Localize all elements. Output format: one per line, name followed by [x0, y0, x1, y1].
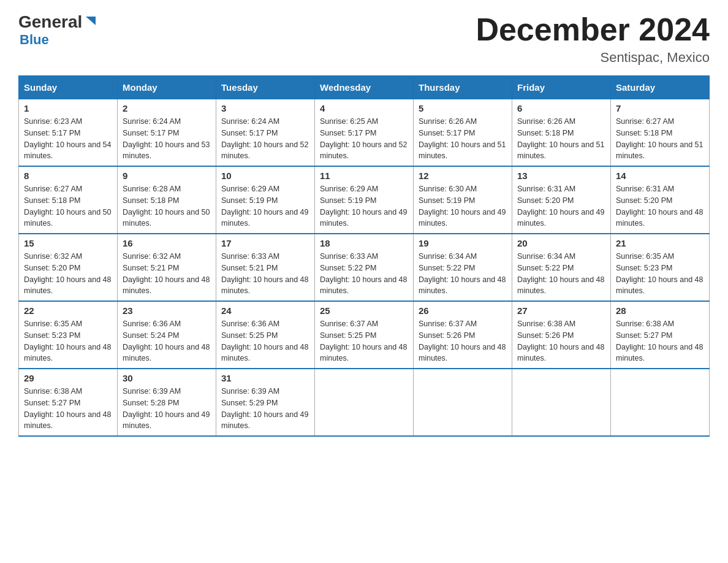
day-info: Sunrise: 6:28 AMSunset: 5:18 PMDaylight:… — [123, 183, 211, 229]
day-number: 27 — [517, 305, 605, 316]
day-number: 1 — [24, 103, 112, 113]
calendar-day-cell: 28Sunrise: 6:38 AMSunset: 5:27 PMDayligh… — [611, 301, 710, 369]
day-info: Sunrise: 6:26 AMSunset: 5:18 PMDaylight:… — [517, 116, 605, 162]
calendar-location: Sentispac, Mexico — [476, 50, 710, 66]
day-info: Sunrise: 6:33 AMSunset: 5:22 PMDaylight:… — [320, 251, 408, 297]
day-number: 29 — [24, 373, 112, 383]
svg-marker-0 — [86, 17, 96, 25]
day-info: Sunrise: 6:30 AMSunset: 5:19 PMDaylight:… — [419, 183, 507, 229]
day-info: Sunrise: 6:32 AMSunset: 5:20 PMDaylight:… — [24, 251, 112, 297]
day-number: 8 — [24, 170, 112, 181]
calendar-day-cell: 30Sunrise: 6:39 AMSunset: 5:28 PMDayligh… — [118, 369, 216, 436]
day-info: Sunrise: 6:27 AMSunset: 5:18 PMDaylight:… — [616, 116, 704, 162]
calendar-title: December 2024 — [476, 12, 710, 47]
day-number: 21 — [616, 238, 704, 248]
calendar-day-cell — [512, 369, 611, 436]
calendar-day-cell: 11Sunrise: 6:29 AMSunset: 5:19 PMDayligh… — [315, 166, 414, 234]
day-number: 15 — [24, 238, 112, 248]
day-info: Sunrise: 6:32 AMSunset: 5:21 PMDaylight:… — [123, 251, 211, 297]
day-info: Sunrise: 6:35 AMSunset: 5:23 PMDaylight:… — [616, 251, 704, 297]
day-number: 20 — [517, 238, 605, 248]
calendar-day-cell: 24Sunrise: 6:36 AMSunset: 5:25 PMDayligh… — [216, 301, 315, 369]
day-number: 4 — [320, 103, 408, 113]
day-info: Sunrise: 6:31 AMSunset: 5:20 PMDaylight:… — [517, 183, 605, 229]
title-block: December 2024 Sentispac, Mexico — [476, 12, 710, 66]
day-number: 10 — [221, 170, 309, 181]
day-number: 23 — [123, 305, 211, 316]
calendar-week-row: 8Sunrise: 6:27 AMSunset: 5:18 PMDaylight… — [19, 166, 710, 234]
day-info: Sunrise: 6:24 AMSunset: 5:17 PMDaylight:… — [221, 116, 309, 162]
logo-blue-text: Blue — [20, 32, 49, 47]
day-info: Sunrise: 6:38 AMSunset: 5:27 PMDaylight:… — [616, 318, 704, 364]
calendar-day-cell: 17Sunrise: 6:33 AMSunset: 5:21 PMDayligh… — [216, 234, 315, 301]
calendar-table: Sunday Monday Tuesday Wednesday Thursday… — [18, 75, 710, 437]
calendar-day-cell — [414, 369, 512, 436]
day-info: Sunrise: 6:36 AMSunset: 5:24 PMDaylight:… — [123, 318, 211, 364]
day-number: 6 — [517, 103, 605, 113]
calendar-day-cell: 2Sunrise: 6:24 AMSunset: 5:17 PMDaylight… — [118, 99, 216, 167]
day-number: 12 — [419, 170, 507, 181]
calendar-day-cell: 4Sunrise: 6:25 AMSunset: 5:17 PMDaylight… — [315, 99, 414, 167]
logo: General Blue — [18, 12, 97, 48]
day-number: 16 — [123, 238, 211, 248]
day-number: 26 — [419, 305, 507, 316]
calendar-day-cell: 8Sunrise: 6:27 AMSunset: 5:18 PMDaylight… — [19, 166, 118, 234]
calendar-day-cell: 20Sunrise: 6:34 AMSunset: 5:22 PMDayligh… — [512, 234, 611, 301]
day-info: Sunrise: 6:31 AMSunset: 5:20 PMDaylight:… — [616, 183, 704, 229]
day-info: Sunrise: 6:37 AMSunset: 5:26 PMDaylight:… — [419, 318, 507, 364]
day-info: Sunrise: 6:39 AMSunset: 5:28 PMDaylight:… — [123, 386, 211, 432]
calendar-day-cell: 25Sunrise: 6:37 AMSunset: 5:25 PMDayligh… — [315, 301, 414, 369]
day-info: Sunrise: 6:38 AMSunset: 5:26 PMDaylight:… — [517, 318, 605, 364]
calendar-day-cell: 12Sunrise: 6:30 AMSunset: 5:19 PMDayligh… — [414, 166, 512, 234]
calendar-day-cell — [611, 369, 710, 436]
day-info: Sunrise: 6:25 AMSunset: 5:17 PMDaylight:… — [320, 116, 408, 162]
calendar-day-cell: 5Sunrise: 6:26 AMSunset: 5:17 PMDaylight… — [414, 99, 512, 167]
calendar-day-cell: 18Sunrise: 6:33 AMSunset: 5:22 PMDayligh… — [315, 234, 414, 301]
day-info: Sunrise: 6:29 AMSunset: 5:19 PMDaylight:… — [320, 183, 408, 229]
calendar-day-cell: 22Sunrise: 6:35 AMSunset: 5:23 PMDayligh… — [19, 301, 118, 369]
calendar-day-cell: 6Sunrise: 6:26 AMSunset: 5:18 PMDaylight… — [512, 99, 611, 167]
day-number: 13 — [517, 170, 605, 181]
calendar-week-row: 15Sunrise: 6:32 AMSunset: 5:20 PMDayligh… — [19, 234, 710, 301]
day-info: Sunrise: 6:39 AMSunset: 5:29 PMDaylight:… — [221, 386, 309, 432]
col-wednesday: Wednesday — [315, 76, 414, 99]
calendar-day-cell: 13Sunrise: 6:31 AMSunset: 5:20 PMDayligh… — [512, 166, 611, 234]
day-number: 24 — [221, 305, 309, 316]
day-number: 7 — [616, 103, 704, 113]
calendar-day-cell — [315, 369, 414, 436]
day-number: 25 — [320, 305, 408, 316]
day-number: 14 — [616, 170, 704, 181]
day-number: 3 — [221, 103, 309, 113]
day-info: Sunrise: 6:37 AMSunset: 5:25 PMDaylight:… — [320, 318, 408, 364]
day-number: 11 — [320, 170, 408, 181]
calendar-day-cell: 15Sunrise: 6:32 AMSunset: 5:20 PMDayligh… — [19, 234, 118, 301]
day-number: 2 — [123, 103, 211, 113]
calendar-day-cell: 16Sunrise: 6:32 AMSunset: 5:21 PMDayligh… — [118, 234, 216, 301]
calendar-day-cell: 29Sunrise: 6:38 AMSunset: 5:27 PMDayligh… — [19, 369, 118, 436]
day-info: Sunrise: 6:26 AMSunset: 5:17 PMDaylight:… — [419, 116, 507, 162]
day-number: 28 — [616, 305, 704, 316]
calendar-day-cell: 31Sunrise: 6:39 AMSunset: 5:29 PMDayligh… — [216, 369, 315, 436]
day-number: 18 — [320, 238, 408, 248]
day-number: 19 — [419, 238, 507, 248]
day-info: Sunrise: 6:27 AMSunset: 5:18 PMDaylight:… — [24, 183, 112, 229]
logo-triangle-icon — [83, 14, 97, 28]
day-info: Sunrise: 6:34 AMSunset: 5:22 PMDaylight:… — [517, 251, 605, 297]
calendar-day-cell: 21Sunrise: 6:35 AMSunset: 5:23 PMDayligh… — [611, 234, 710, 301]
day-info: Sunrise: 6:29 AMSunset: 5:19 PMDaylight:… — [221, 183, 309, 229]
calendar-day-cell: 14Sunrise: 6:31 AMSunset: 5:20 PMDayligh… — [611, 166, 710, 234]
day-info: Sunrise: 6:34 AMSunset: 5:22 PMDaylight:… — [419, 251, 507, 297]
calendar-day-cell: 9Sunrise: 6:28 AMSunset: 5:18 PMDaylight… — [118, 166, 216, 234]
calendar-day-cell: 26Sunrise: 6:37 AMSunset: 5:26 PMDayligh… — [414, 301, 512, 369]
page-header: General Blue December 2024 Sentispac, Me… — [18, 12, 710, 66]
calendar-header: Sunday Monday Tuesday Wednesday Thursday… — [19, 76, 710, 99]
day-number: 17 — [221, 238, 309, 248]
day-info: Sunrise: 6:38 AMSunset: 5:27 PMDaylight:… — [24, 386, 112, 432]
day-number: 22 — [24, 305, 112, 316]
calendar-body: 1Sunrise: 6:23 AMSunset: 5:17 PMDaylight… — [19, 99, 710, 437]
calendar-day-cell: 19Sunrise: 6:34 AMSunset: 5:22 PMDayligh… — [414, 234, 512, 301]
col-friday: Friday — [512, 76, 611, 99]
calendar-day-cell: 27Sunrise: 6:38 AMSunset: 5:26 PMDayligh… — [512, 301, 611, 369]
col-sunday: Sunday — [19, 76, 118, 99]
col-tuesday: Tuesday — [216, 76, 315, 99]
